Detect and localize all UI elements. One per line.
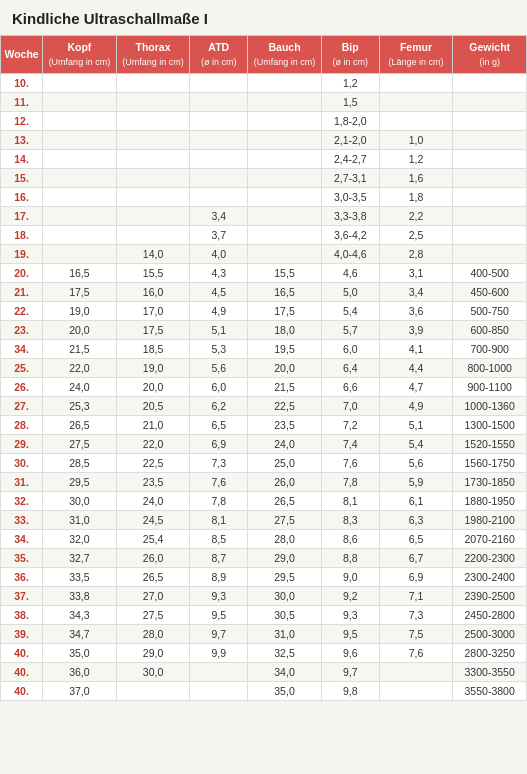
cell-femur: 1,2 (379, 150, 453, 169)
cell-kopf: 37,0 (43, 682, 117, 701)
page-title: Kindliche Ultraschallmaße I (0, 0, 527, 35)
cell-woche: 22. (1, 302, 43, 321)
table-row: 39.34,728,09,731,09,57,52500-3000 (1, 625, 527, 644)
cell-atd: 5,3 (190, 340, 248, 359)
cell-woche: 16. (1, 188, 43, 207)
cell-bip: 5,7 (321, 321, 379, 340)
cell-atd: 4,5 (190, 283, 248, 302)
cell-thorax: 21,0 (116, 416, 190, 435)
cell-kopf: 19,0 (43, 302, 117, 321)
cell-femur: 1,0 (379, 131, 453, 150)
cell-kopf: 17,5 (43, 283, 117, 302)
cell-bauch (248, 112, 322, 131)
cell-femur: 4,7 (379, 378, 453, 397)
cell-bauch: 26,5 (248, 492, 322, 511)
cell-woche: 10. (1, 74, 43, 93)
cell-bip: 5,0 (321, 283, 379, 302)
cell-atd (190, 169, 248, 188)
cell-woche: 40. (1, 644, 43, 663)
cell-bip: 8,1 (321, 492, 379, 511)
header-atd: ATD(ø in cm) (190, 36, 248, 74)
cell-kopf: 35,0 (43, 644, 117, 663)
table-header: WocheKopf(Umfang in cm)Thorax(Umfang in … (1, 36, 527, 74)
cell-thorax (116, 74, 190, 93)
cell-femur: 5,1 (379, 416, 453, 435)
cell-bauch: 32,5 (248, 644, 322, 663)
cell-gewicht (453, 245, 527, 264)
table-row: 35.32,726,08,729,08,86,72200-2300 (1, 549, 527, 568)
cell-femur: 6,7 (379, 549, 453, 568)
cell-bip: 1,5 (321, 93, 379, 112)
cell-thorax: 25,4 (116, 530, 190, 549)
cell-atd: 8,1 (190, 511, 248, 530)
cell-femur: 5,9 (379, 473, 453, 492)
cell-thorax: 17,0 (116, 302, 190, 321)
cell-bauch (248, 93, 322, 112)
table-row: 19.14,04,04,0-4,62,8 (1, 245, 527, 264)
table-row: 20.16,515,54,315,54,63,1400-500 (1, 264, 527, 283)
table-row: 13.2,1-2,01,0 (1, 131, 527, 150)
header-woche: Woche (1, 36, 43, 74)
cell-gewicht: 2300-2400 (453, 568, 527, 587)
cell-kopf (43, 226, 117, 245)
cell-femur: 4,4 (379, 359, 453, 378)
cell-gewicht: 1880-1950 (453, 492, 527, 511)
cell-femur: 7,6 (379, 644, 453, 663)
cell-gewicht: 1300-1500 (453, 416, 527, 435)
table-row: 31.29,523,57,626,07,85,91730-1850 (1, 473, 527, 492)
cell-bauch (248, 150, 322, 169)
cell-thorax: 15,5 (116, 264, 190, 283)
cell-thorax: 27,0 (116, 587, 190, 606)
cell-thorax: 20,0 (116, 378, 190, 397)
cell-bip: 2,1-2,0 (321, 131, 379, 150)
cell-woche: 20. (1, 264, 43, 283)
cell-woche: 37. (1, 587, 43, 606)
header-bip: Bip(ø in cm) (321, 36, 379, 74)
cell-thorax: 28,0 (116, 625, 190, 644)
cell-bauch: 16,5 (248, 283, 322, 302)
cell-femur: 7,5 (379, 625, 453, 644)
table-row: 11.1,5 (1, 93, 527, 112)
cell-bauch (248, 245, 322, 264)
cell-thorax: 19,0 (116, 359, 190, 378)
cell-gewicht: 3550-3800 (453, 682, 527, 701)
cell-gewicht (453, 112, 527, 131)
cell-thorax: 22,5 (116, 454, 190, 473)
cell-atd: 6,5 (190, 416, 248, 435)
cell-atd: 7,3 (190, 454, 248, 473)
cell-thorax (116, 682, 190, 701)
cell-atd: 9,7 (190, 625, 248, 644)
cell-kopf: 32,0 (43, 530, 117, 549)
cell-woche: 34. (1, 340, 43, 359)
cell-gewicht: 2800-3250 (453, 644, 527, 663)
cell-atd: 8,5 (190, 530, 248, 549)
cell-thorax (116, 131, 190, 150)
cell-atd: 9,5 (190, 606, 248, 625)
cell-femur: 3,6 (379, 302, 453, 321)
cell-gewicht: 1980-2100 (453, 511, 527, 530)
cell-woche: 32. (1, 492, 43, 511)
cell-bip: 9,5 (321, 625, 379, 644)
table-row: 10.1,2 (1, 74, 527, 93)
cell-bip: 2,4-2,7 (321, 150, 379, 169)
cell-thorax: 24,5 (116, 511, 190, 530)
cell-atd: 4,9 (190, 302, 248, 321)
table-row: 18.3,73,6-4,22,5 (1, 226, 527, 245)
cell-bip: 8,6 (321, 530, 379, 549)
cell-femur: 6,1 (379, 492, 453, 511)
cell-femur: 2,2 (379, 207, 453, 226)
cell-femur: 2,5 (379, 226, 453, 245)
table-row: 22.19,017,04,917,55,43,6500-750 (1, 302, 527, 321)
cell-gewicht (453, 74, 527, 93)
cell-woche: 23. (1, 321, 43, 340)
table-row: 29.27,522,06,924,07,45,41520-1550 (1, 435, 527, 454)
cell-woche: 12. (1, 112, 43, 131)
table-row: 33.31,024,58,127,58,36,31980-2100 (1, 511, 527, 530)
cell-woche: 35. (1, 549, 43, 568)
cell-bauch (248, 74, 322, 93)
header-bauch: Bauch(Umfang in cm) (248, 36, 322, 74)
cell-thorax: 29,0 (116, 644, 190, 663)
cell-atd (190, 131, 248, 150)
cell-atd: 7,6 (190, 473, 248, 492)
cell-woche: 40. (1, 682, 43, 701)
